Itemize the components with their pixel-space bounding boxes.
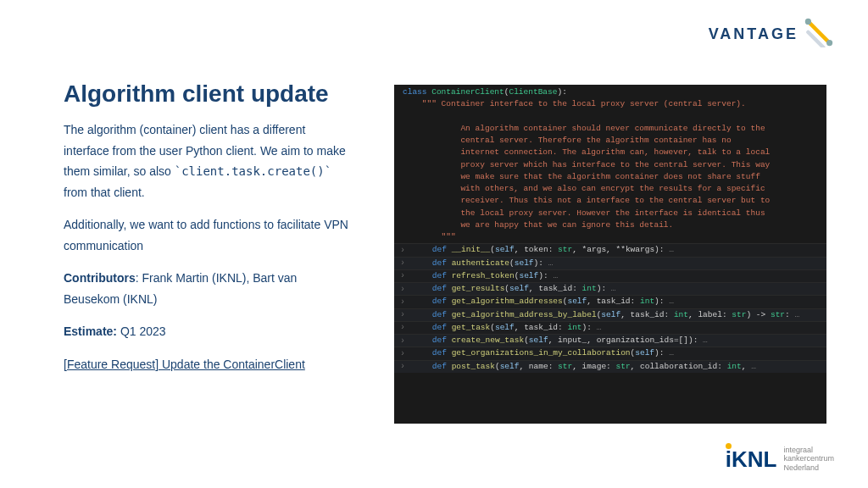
contrib-label: Contributors (64, 271, 136, 285)
code-snippet: class ContainerClient(ClientBase): """ C… (394, 85, 826, 424)
fold-chevron-icon[interactable]: › (394, 349, 411, 358)
page-title: Algorithm client update (64, 80, 352, 108)
svg-point-3 (826, 40, 832, 46)
svg-point-2 (805, 19, 811, 25)
method-sig: def get_algorithm_address_by_label(self,… (411, 309, 826, 321)
dot-icon (726, 443, 732, 449)
fold-chevron-icon[interactable]: › (394, 258, 411, 268)
fold-chevron-icon[interactable]: › (394, 246, 411, 255)
brand-name: VANTAGE (709, 25, 798, 43)
intro-para: The algorithm (container) client has a d… (64, 119, 352, 202)
footer-logo: iKNL integraal kankercentrum Nederland (726, 446, 834, 473)
method-row[interactable]: › def create_new_task(self, input_, orga… (394, 334, 826, 347)
method-sig: def refresh_token(self): … (411, 270, 826, 282)
docstring-line: An algorithm container should never comm… (394, 123, 826, 135)
method-row[interactable]: › def authenticate(self): … (394, 257, 826, 269)
docstring-line: the local proxy server. However the inte… (394, 208, 826, 219)
brand-logo: VANTAGE (709, 17, 834, 51)
estimate-label: Estimate: (64, 324, 117, 338)
method-row[interactable]: › def __init__(self, token: str, *args, … (394, 243, 826, 256)
docstring-line: with others, and we also can encrypt the… (394, 183, 826, 195)
estimate: Estimate: Q1 2023 (64, 321, 352, 342)
docstring-line: we are happy that we can ignore this det… (394, 219, 826, 231)
fold-chevron-icon[interactable]: › (394, 297, 411, 307)
method-sig: def get_task(self, task_id: int): … (411, 322, 826, 334)
fold-chevron-icon[interactable]: › (394, 310, 411, 319)
docstring-line (394, 111, 826, 123)
docstring-line: internet connection. The algorithm can, … (394, 147, 826, 158)
iknl-text: iKNL (726, 446, 777, 472)
method-row[interactable]: › def post_task(self, name: str, image: … (394, 360, 826, 373)
method-row[interactable]: › def get_algorithm_addresses(self, task… (394, 295, 826, 308)
para-vpn: Additionally, we want to add functions t… (64, 214, 352, 256)
docstring-line: we make sure that the algorithm containe… (394, 171, 826, 183)
docstring-line: receiver. Thus this not a interface to t… (394, 195, 826, 207)
sub-l1: integraal (783, 446, 834, 455)
method-row[interactable]: › def get_task(self, task_id: int): … (394, 321, 826, 334)
para1-b: from that client. (64, 186, 145, 199)
docstring-line: proxy server which has interface to the … (394, 159, 826, 171)
fold-chevron-icon[interactable]: › (394, 336, 411, 346)
method-row[interactable]: › def get_organizations_in_my_collaborat… (394, 347, 826, 359)
class-decl: class ContainerClient(ClientBase): (394, 86, 826, 98)
method-sig: def post_task(self, name: str, image: st… (411, 361, 826, 373)
method-sig: def get_algorithm_addresses(self, task_i… (411, 296, 826, 308)
estimate-text: Q1 2023 (117, 324, 166, 338)
fold-chevron-icon[interactable]: › (394, 271, 411, 280)
method-row[interactable]: › def get_algorithm_address_by_label(sel… (394, 308, 826, 321)
method-row[interactable]: › def refresh_token(self): … (394, 269, 826, 282)
fold-chevron-icon[interactable]: › (394, 285, 411, 294)
inline-code: `client.task.create()` (175, 164, 331, 178)
method-sig: def authenticate(self): … (411, 258, 826, 269)
text-column: Algorithm client update The algorithm (c… (64, 80, 352, 386)
docstring-line: central server. Therefore the algorithm … (394, 135, 826, 147)
svg-line-0 (808, 21, 829, 42)
docstring-line: """ (394, 231, 826, 243)
iknl-subtitle: integraal kankercentrum Nederland (783, 446, 834, 473)
method-sig: def create_new_task(self, input_, organi… (411, 335, 826, 347)
iknl-mark: iKNL (726, 448, 777, 470)
method-sig: def __init__(self, token: str, *args, **… (411, 244, 826, 256)
method-row[interactable]: › def get_results(self, task_id: int): … (394, 282, 826, 295)
fold-chevron-icon[interactable]: › (394, 362, 411, 371)
feature-request-link[interactable]: [Feature Request] Update the ContainerCl… (64, 354, 352, 375)
contributors: Contributors: Frank Martin (IKNL), Bart … (64, 268, 352, 309)
sub-l3: Nederland (783, 463, 834, 473)
fold-chevron-icon[interactable]: › (394, 323, 411, 332)
sub-l2: kankercentrum (783, 454, 834, 463)
docstring-line: """ Container interface to the local pro… (394, 98, 826, 110)
vantage-icon (804, 17, 834, 51)
method-sig: def get_organizations_in_my_collaboratio… (411, 347, 826, 359)
link-text[interactable]: [Feature Request] Update the ContainerCl… (64, 358, 305, 371)
method-sig: def get_results(self, task_id: int): … (411, 283, 826, 295)
